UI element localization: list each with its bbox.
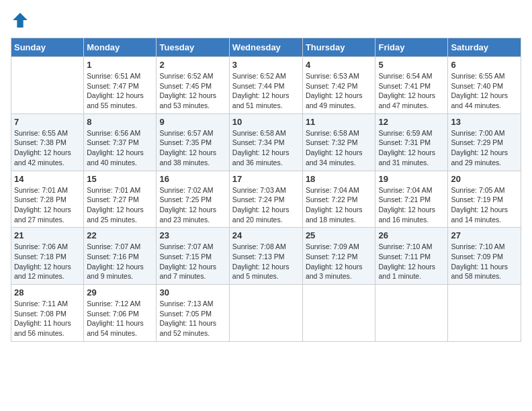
day-info: Sunrise: 7:01 AMSunset: 7:28 PMDaylight:… xyxy=(14,185,81,225)
calendar-cell: 20 Sunrise: 7:05 AMSunset: 7:19 PMDaylig… xyxy=(448,171,521,228)
day-number: 26 xyxy=(378,230,445,240)
calendar-week-row: 28 Sunrise: 7:11 AMSunset: 7:08 PMDaylig… xyxy=(11,285,521,342)
day-number: 29 xyxy=(87,287,153,298)
day-info: Sunrise: 6:52 AMSunset: 7:45 PMDaylight:… xyxy=(159,71,226,111)
calendar-cell: 1 Sunrise: 6:51 AMSunset: 7:47 PMDayligh… xyxy=(84,57,157,114)
header-wednesday: Wednesday xyxy=(229,38,302,57)
day-number: 7 xyxy=(14,117,81,127)
calendar-cell: 23 Sunrise: 7:07 AMSunset: 7:15 PMDaylig… xyxy=(157,228,229,285)
calendar-week-row: 1 Sunrise: 6:51 AMSunset: 7:47 PMDayligh… xyxy=(11,57,521,114)
day-number: 28 xyxy=(14,287,81,298)
day-info: Sunrise: 7:12 AMSunset: 7:06 PMDaylight:… xyxy=(87,299,153,338)
day-info: Sunrise: 7:11 AMSunset: 7:08 PMDaylight:… xyxy=(14,299,81,338)
calendar-week-row: 14 Sunrise: 7:01 AMSunset: 7:28 PMDaylig… xyxy=(11,171,521,228)
day-number: 21 xyxy=(14,230,81,240)
day-info: Sunrise: 7:10 AMSunset: 7:11 PMDaylight:… xyxy=(378,242,445,281)
calendar-cell: 25 Sunrise: 7:09 AMSunset: 7:12 PMDaylig… xyxy=(302,228,375,285)
day-info: Sunrise: 7:07 AMSunset: 7:16 PMDaylight:… xyxy=(87,242,153,281)
day-number: 2 xyxy=(159,60,226,70)
day-info: Sunrise: 7:06 AMSunset: 7:18 PMDaylight:… xyxy=(14,242,81,281)
calendar-cell: 2 Sunrise: 6:52 AMSunset: 7:45 PMDayligh… xyxy=(157,57,229,114)
day-info: Sunrise: 6:55 AMSunset: 7:40 PMDaylight:… xyxy=(451,71,518,111)
calendar-body: 1 Sunrise: 6:51 AMSunset: 7:47 PMDayligh… xyxy=(11,57,521,342)
day-info: Sunrise: 6:58 AMSunset: 7:34 PMDaylight:… xyxy=(232,128,300,168)
calendar-cell: 8 Sunrise: 6:56 AMSunset: 7:37 PMDayligh… xyxy=(84,113,157,171)
day-info: Sunrise: 7:00 AMSunset: 7:29 PMDaylight:… xyxy=(451,128,518,168)
logo-icon xyxy=(11,11,30,30)
calendar-cell: 10 Sunrise: 6:58 AMSunset: 7:34 PMDaylig… xyxy=(229,113,302,171)
day-info: Sunrise: 7:07 AMSunset: 7:15 PMDaylight:… xyxy=(159,242,226,281)
calendar-cell xyxy=(448,285,521,342)
calendar-header-row: Sunday Monday Tuesday Wednesday Thursday… xyxy=(11,38,521,57)
calendar-cell: 29 Sunrise: 7:12 AMSunset: 7:06 PMDaylig… xyxy=(84,285,157,342)
day-info: Sunrise: 6:55 AMSunset: 7:38 PMDaylight:… xyxy=(14,128,81,168)
day-number: 27 xyxy=(451,230,518,240)
logo xyxy=(11,11,32,30)
calendar-cell: 26 Sunrise: 7:10 AMSunset: 7:11 PMDaylig… xyxy=(375,228,448,285)
calendar-cell: 19 Sunrise: 7:04 AMSunset: 7:21 PMDaylig… xyxy=(375,171,448,228)
day-number: 25 xyxy=(306,230,373,240)
day-info: Sunrise: 7:04 AMSunset: 7:21 PMDaylight:… xyxy=(378,185,445,225)
day-info: Sunrise: 7:10 AMSunset: 7:09 PMDaylight:… xyxy=(451,242,518,281)
day-number: 13 xyxy=(451,117,518,127)
calendar-cell: 9 Sunrise: 6:57 AMSunset: 7:35 PMDayligh… xyxy=(157,113,229,171)
calendar-cell: 17 Sunrise: 7:03 AMSunset: 7:24 PMDaylig… xyxy=(229,171,302,228)
day-info: Sunrise: 6:52 AMSunset: 7:44 PMDaylight:… xyxy=(232,71,300,111)
calendar-cell: 15 Sunrise: 7:01 AMSunset: 7:27 PMDaylig… xyxy=(84,171,157,228)
calendar-cell: 24 Sunrise: 7:08 AMSunset: 7:13 PMDaylig… xyxy=(229,228,302,285)
day-number: 8 xyxy=(87,117,153,127)
day-number: 16 xyxy=(159,174,226,184)
day-info: Sunrise: 7:13 AMSunset: 7:05 PMDaylight:… xyxy=(159,299,226,338)
day-number: 11 xyxy=(306,117,373,127)
day-number: 10 xyxy=(232,117,300,127)
calendar-cell: 5 Sunrise: 6:54 AMSunset: 7:41 PMDayligh… xyxy=(375,57,448,114)
day-number: 12 xyxy=(378,117,445,127)
calendar-cell: 22 Sunrise: 7:07 AMSunset: 7:16 PMDaylig… xyxy=(84,228,157,285)
calendar-week-row: 7 Sunrise: 6:55 AMSunset: 7:38 PMDayligh… xyxy=(11,113,521,171)
day-info: Sunrise: 7:05 AMSunset: 7:19 PMDaylight:… xyxy=(451,185,518,225)
calendar-cell: 12 Sunrise: 6:59 AMSunset: 7:31 PMDaylig… xyxy=(375,113,448,171)
calendar-cell: 30 Sunrise: 7:13 AMSunset: 7:05 PMDaylig… xyxy=(157,285,229,342)
day-info: Sunrise: 7:02 AMSunset: 7:25 PMDaylight:… xyxy=(159,185,226,225)
day-number: 18 xyxy=(306,174,373,184)
day-number: 20 xyxy=(451,174,518,184)
calendar-cell: 18 Sunrise: 7:04 AMSunset: 7:22 PMDaylig… xyxy=(302,171,375,228)
calendar-cell: 27 Sunrise: 7:10 AMSunset: 7:09 PMDaylig… xyxy=(448,228,521,285)
calendar-cell: 4 Sunrise: 6:53 AMSunset: 7:42 PMDayligh… xyxy=(302,57,375,114)
day-number: 6 xyxy=(451,60,518,70)
day-number: 3 xyxy=(232,60,300,70)
day-number: 22 xyxy=(87,230,153,240)
page-header xyxy=(11,11,521,30)
calendar-cell: 3 Sunrise: 6:52 AMSunset: 7:44 PMDayligh… xyxy=(229,57,302,114)
day-number: 15 xyxy=(87,174,153,184)
calendar-cell: 16 Sunrise: 7:02 AMSunset: 7:25 PMDaylig… xyxy=(157,171,229,228)
header-tuesday: Tuesday xyxy=(157,38,229,57)
calendar-week-row: 21 Sunrise: 7:06 AMSunset: 7:18 PMDaylig… xyxy=(11,228,521,285)
calendar-cell: 7 Sunrise: 6:55 AMSunset: 7:38 PMDayligh… xyxy=(11,113,84,171)
calendar-cell xyxy=(302,285,375,342)
day-info: Sunrise: 6:53 AMSunset: 7:42 PMDaylight:… xyxy=(306,71,373,111)
header-saturday: Saturday xyxy=(448,38,521,57)
calendar-cell: 21 Sunrise: 7:06 AMSunset: 7:18 PMDaylig… xyxy=(11,228,84,285)
calendar-cell xyxy=(11,57,84,114)
day-number: 23 xyxy=(159,230,226,240)
header-monday: Monday xyxy=(84,38,157,57)
day-number: 24 xyxy=(232,230,300,240)
header-friday: Friday xyxy=(375,38,448,57)
day-info: Sunrise: 7:09 AMSunset: 7:12 PMDaylight:… xyxy=(306,242,373,281)
day-number: 30 xyxy=(159,287,226,298)
day-info: Sunrise: 6:58 AMSunset: 7:32 PMDaylight:… xyxy=(306,128,373,168)
day-info: Sunrise: 6:59 AMSunset: 7:31 PMDaylight:… xyxy=(378,128,445,168)
day-info: Sunrise: 6:57 AMSunset: 7:35 PMDaylight:… xyxy=(159,128,226,168)
svg-marker-0 xyxy=(13,13,28,28)
day-info: Sunrise: 7:04 AMSunset: 7:22 PMDaylight:… xyxy=(306,185,373,225)
day-number: 9 xyxy=(159,117,226,127)
calendar-cell: 6 Sunrise: 6:55 AMSunset: 7:40 PMDayligh… xyxy=(448,57,521,114)
header-thursday: Thursday xyxy=(302,38,375,57)
day-number: 19 xyxy=(378,174,445,184)
day-info: Sunrise: 7:08 AMSunset: 7:13 PMDaylight:… xyxy=(232,242,300,281)
calendar-cell xyxy=(229,285,302,342)
day-number: 1 xyxy=(87,60,153,70)
day-info: Sunrise: 7:01 AMSunset: 7:27 PMDaylight:… xyxy=(87,185,153,225)
calendar-cell: 11 Sunrise: 6:58 AMSunset: 7:32 PMDaylig… xyxy=(302,113,375,171)
